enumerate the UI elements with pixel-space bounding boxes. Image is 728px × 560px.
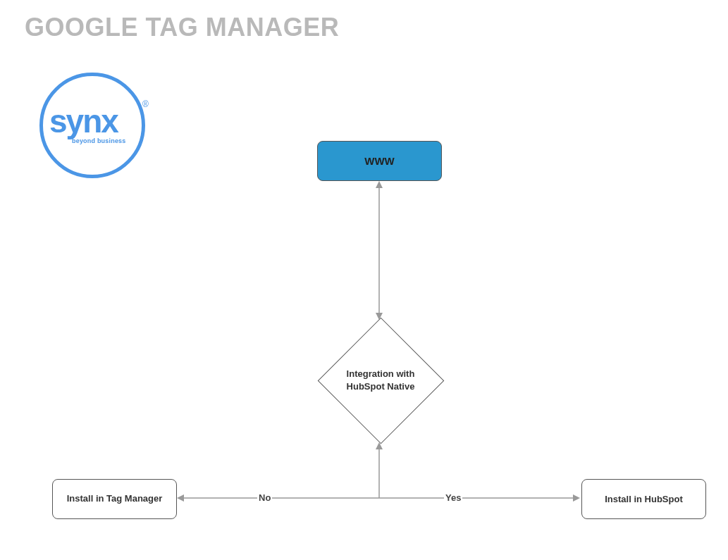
flow-connectors	[0, 0, 728, 560]
node-www-label: WWW	[364, 155, 394, 167]
node-install-tag-manager: Install in Tag Manager	[52, 479, 177, 519]
node-install-hubspot-label: Install in HubSpot	[605, 494, 683, 504]
node-www: WWW	[317, 141, 442, 181]
node-decision-label: Integration with HubSpot Native	[328, 368, 433, 392]
node-install-hubspot: Install in HubSpot	[581, 479, 706, 519]
edge-label-yes: Yes	[444, 492, 462, 503]
node-decision: Integration with HubSpot Native	[317, 317, 444, 444]
node-install-tag-manager-label: Install in Tag Manager	[67, 493, 163, 505]
edge-label-no: No	[257, 492, 272, 503]
